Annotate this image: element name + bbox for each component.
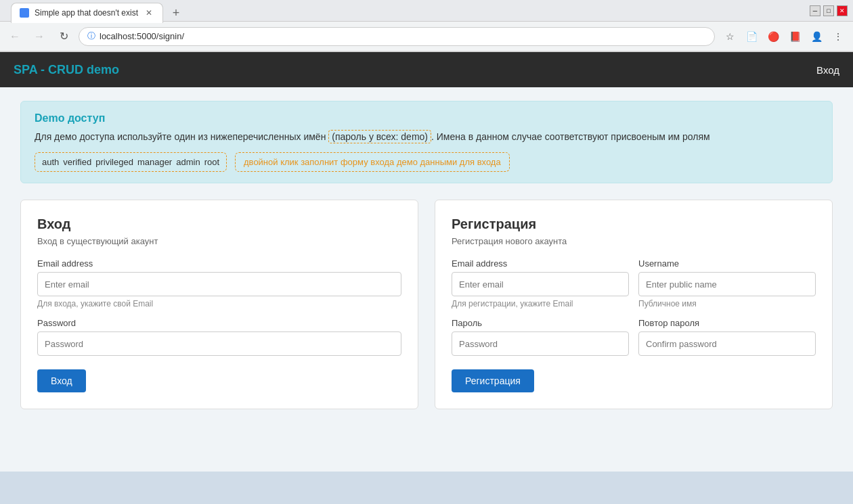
login-password-group: Password	[37, 318, 401, 356]
tab-title: Simple app that doesn't exist	[35, 8, 138, 18]
address-bar: ← → ↻ ⓘ localhost:5000/signin/ ☆ 📄 🔴 📕 👤…	[0, 22, 853, 51]
title-bar: Simple app that doesn't exist ✕ + ─ □ ✕	[0, 0, 853, 22]
app-wrapper: SPA - CRUD demo Вход Demo доступ Для дем…	[0, 52, 853, 472]
register-bottom-row: Пароль Повтор пароля	[452, 318, 816, 365]
login-password-input[interactable]	[37, 331, 401, 356]
register-password-group: Пароль	[452, 318, 629, 356]
demo-title: Demo доступ	[35, 112, 818, 124]
tab-favicon	[20, 8, 29, 18]
profile-btn[interactable]: 👤	[807, 27, 826, 46]
demo-hint: двойной клик заполнит форму входа демо д…	[235, 152, 510, 172]
register-username-input[interactable]	[638, 272, 816, 296]
register-title: Регистрация	[452, 216, 816, 232]
forward-btn[interactable]: →	[30, 27, 49, 46]
register-confirm-input[interactable]	[638, 331, 816, 356]
register-form-card: Регистрация Регистрация нового акаунта E…	[435, 200, 833, 409]
demo-desc-end: . Имена в данном случае соответствуют пр…	[431, 131, 710, 142]
login-password-label: Password	[37, 318, 401, 328]
tab-close-btn[interactable]: ✕	[144, 7, 154, 18]
demo-roles-row: auth verified privileged manager admin r…	[35, 152, 818, 172]
role-root[interactable]: root	[204, 157, 219, 167]
demo-access-box: Demo доступ Для демо доступа используйте…	[20, 101, 833, 183]
ext-btn1[interactable]: 🔴	[764, 27, 783, 46]
ext-btn2[interactable]: 📕	[785, 27, 804, 46]
demo-roles-container: auth verified privileged manager admin r…	[35, 152, 227, 172]
logo-spa: SPA	[14, 63, 37, 76]
login-email-input[interactable]	[37, 272, 401, 296]
register-subtitle: Регистрация нового акаунта	[452, 236, 816, 246]
browser-chrome: Simple app that doesn't exist ✕ + ─ □ ✕ …	[0, 0, 853, 52]
bookmark-btn[interactable]: ☆	[720, 27, 739, 46]
maximize-btn[interactable]: □	[823, 5, 834, 16]
pdf-btn[interactable]: 📄	[742, 27, 761, 46]
url-text: localhost:5000/signin/	[100, 31, 184, 41]
login-email-hint: Для входа, укажите свой Email	[37, 299, 401, 308]
register-submit-btn[interactable]: Регистрация	[452, 369, 534, 392]
back-btn[interactable]: ←	[5, 27, 24, 46]
close-btn[interactable]: ✕	[837, 5, 848, 16]
register-email-input[interactable]	[452, 272, 629, 296]
window-controls: ─ □ ✕	[810, 5, 848, 16]
register-password-label: Пароль	[452, 318, 629, 328]
register-password-input[interactable]	[452, 331, 629, 356]
demo-desc-start: Для демо доступа используйте один из ниж…	[35, 131, 328, 142]
demo-password-highlight: (пароль у всех: demo)	[328, 130, 431, 143]
minimize-btn[interactable]: ─	[810, 5, 821, 16]
login-form-card: Вход Вход в существующий акаунт Email ad…	[20, 200, 418, 409]
register-username-group: Username Публичное имя	[638, 258, 816, 308]
tab-bar: Simple app that doesn't exist ✕ +	[5, 0, 192, 23]
nav-login-btn[interactable]: Вход	[816, 64, 839, 76]
login-subtitle: Вход в существующий акаунт	[37, 236, 401, 246]
role-privileged[interactable]: privileged	[95, 157, 133, 167]
reload-btn[interactable]: ↻	[54, 27, 73, 46]
register-confirm-group: Повтор пароля	[638, 318, 816, 356]
logo-rest: - CRUD demo	[37, 63, 119, 76]
menu-btn[interactable]: ⋮	[829, 27, 848, 46]
role-admin[interactable]: admin	[176, 157, 200, 167]
role-verified[interactable]: verified	[63, 157, 91, 167]
register-confirm-label: Повтор пароля	[638, 318, 816, 328]
register-email-label: Email address	[452, 258, 629, 269]
register-username-label: Username	[638, 258, 816, 269]
register-username-hint: Публичное имя	[638, 299, 816, 308]
browser-tab[interactable]: Simple app that doesn't exist ✕	[11, 3, 163, 23]
register-email-hint: Для регистрации, укажите Email	[452, 299, 629, 308]
browser-actions: ☆ 📄 🔴 📕 👤 ⋮	[720, 27, 848, 46]
url-box[interactable]: ⓘ localhost:5000/signin/	[79, 27, 715, 46]
login-submit-btn[interactable]: Вход	[37, 369, 86, 392]
app-logo: SPA - CRUD demo	[14, 63, 119, 77]
new-tab-btn[interactable]: +	[166, 4, 186, 23]
login-title: Вход	[37, 216, 401, 232]
register-top-row: Email address Для регистрации, укажите E…	[452, 258, 816, 318]
login-email-label: Email address	[37, 258, 401, 269]
main-content: Demo доступ Для демо доступа используйте…	[0, 87, 853, 423]
role-manager[interactable]: manager	[137, 157, 172, 167]
role-auth[interactable]: auth	[42, 157, 59, 167]
login-email-group: Email address Для входа, укажите свой Em…	[37, 258, 401, 308]
forms-row: Вход Вход в существующий акаунт Email ad…	[20, 200, 833, 409]
app-nav: SPA - CRUD demo Вход	[0, 52, 853, 87]
lock-icon: ⓘ	[87, 30, 95, 42]
demo-description: Для демо доступа используйте один из ниж…	[35, 130, 818, 144]
register-email-group: Email address Для регистрации, укажите E…	[452, 258, 629, 308]
